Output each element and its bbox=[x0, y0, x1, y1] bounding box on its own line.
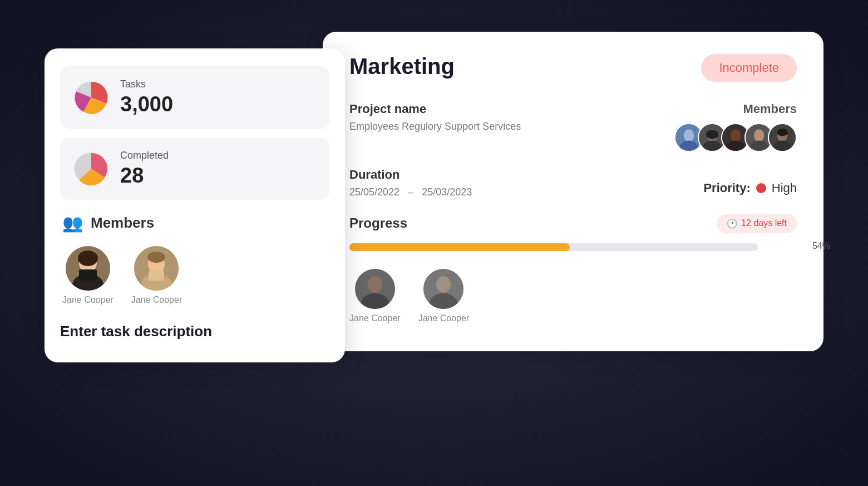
priority-dot bbox=[756, 183, 766, 193]
svg-rect-11 bbox=[149, 271, 164, 281]
progress-title: Progress bbox=[349, 215, 407, 231]
completed-pie-chart bbox=[73, 151, 109, 186]
project-name-label: Project name bbox=[349, 102, 674, 116]
member-item-2: Jane Cooper bbox=[131, 246, 183, 305]
svg-point-27 bbox=[777, 129, 788, 136]
svg-point-17 bbox=[706, 130, 718, 139]
progress-percent: 54% bbox=[812, 241, 830, 251]
member-item: Jane Cooper bbox=[62, 246, 114, 305]
progress-bar-fill bbox=[349, 243, 570, 251]
tasks-stat-info: Tasks 3,000 bbox=[120, 78, 173, 116]
completed-stat-box: Completed 28 bbox=[60, 138, 329, 200]
status-badge: Incomplete bbox=[701, 54, 797, 82]
member-name-2: Jane Cooper bbox=[131, 295, 183, 305]
bottom-member-name-1: Jane Cooper bbox=[349, 313, 401, 323]
svg-point-30 bbox=[368, 276, 382, 293]
completed-label: Completed bbox=[120, 150, 169, 161]
bottom-member-item-1: Jane Cooper bbox=[349, 269, 401, 323]
days-left-text: 12 days left bbox=[741, 218, 787, 228]
svg-point-9 bbox=[147, 252, 165, 263]
days-left-badge: 🕐 12 days left bbox=[717, 214, 797, 233]
task-input-label[interactable]: Enter task description bbox=[60, 323, 212, 340]
members-icon: 👥 bbox=[62, 213, 83, 233]
svg-point-23 bbox=[754, 129, 764, 141]
project-info-row: Project name Employees Regulory Support … bbox=[349, 102, 797, 152]
right-header: Marketing Incomplete bbox=[349, 54, 797, 82]
svg-point-13 bbox=[684, 129, 694, 141]
bottom-member-name-2: Jane Cooper bbox=[418, 313, 470, 323]
duration-values: 25/05/2022 – 25/03/2023 bbox=[349, 186, 685, 198]
bottom-member-item-2: Jane Cooper bbox=[418, 269, 470, 323]
tasks-label: Tasks bbox=[120, 78, 173, 90]
project-name-block: Project name Employees Regulory Support … bbox=[349, 102, 674, 132]
duration-label: Duration bbox=[349, 168, 685, 182]
members-section: 👥 Members bbox=[60, 213, 329, 305]
bottom-member-avatar-1 bbox=[355, 269, 395, 309]
members-avatars bbox=[674, 123, 797, 152]
priority-block: Priority: High bbox=[685, 168, 797, 195]
members-grid: Jane Cooper J bbox=[62, 246, 327, 305]
right-members-section: Members bbox=[674, 102, 797, 152]
project-title: Marketing bbox=[349, 54, 455, 79]
duration-start: 25/05/2022 bbox=[349, 186, 400, 198]
svg-point-33 bbox=[436, 276, 451, 293]
priority-label: Priority: bbox=[703, 181, 750, 195]
progress-header: Progress 🕐 12 days left bbox=[349, 214, 797, 233]
members-title-row: 👥 Members bbox=[62, 213, 327, 233]
member-avatar-1 bbox=[66, 246, 110, 291]
svg-rect-6 bbox=[79, 269, 97, 281]
right-members-title: Members bbox=[674, 102, 797, 116]
completed-value: 28 bbox=[120, 164, 169, 188]
member-avatar-2 bbox=[134, 246, 179, 291]
member-name-1: Jane Cooper bbox=[62, 295, 114, 305]
completed-stat-info: Completed 28 bbox=[120, 150, 169, 188]
right-card: Marketing Incomplete Project name Employ… bbox=[323, 32, 823, 351]
project-name-value: Employees Regulory Support Services bbox=[349, 121, 674, 132]
priority-value: High bbox=[772, 181, 797, 195]
clock-icon: 🕐 bbox=[727, 218, 738, 229]
priority-row: Priority: High bbox=[685, 181, 797, 195]
bottom-member-avatar-2 bbox=[423, 269, 463, 309]
cards-wrapper: Tasks 3,000 Completed 28 bbox=[45, 32, 823, 455]
page-background: Tasks 3,000 Completed 28 bbox=[0, 0, 868, 486]
progress-bar-container bbox=[349, 243, 758, 251]
bottom-members-row: Jane Cooper Jane Cooper bbox=[349, 269, 797, 323]
task-input-section: Enter task description bbox=[60, 323, 329, 340]
svg-point-4 bbox=[78, 251, 98, 266]
duration-block: Duration 25/05/2022 – 25/03/2023 bbox=[349, 168, 685, 198]
duration-priority-row: Duration 25/05/2022 – 25/03/2023 Priorit… bbox=[349, 168, 797, 198]
tasks-pie-chart bbox=[73, 80, 109, 115]
avatar-circle-5 bbox=[768, 123, 797, 152]
tasks-value: 3,000 bbox=[120, 92, 173, 116]
svg-point-20 bbox=[731, 129, 741, 141]
duration-end: 25/03/2023 bbox=[422, 186, 472, 198]
left-card: Tasks 3,000 Completed 28 bbox=[45, 48, 345, 362]
progress-section: Progress 🕐 12 days left 54% bbox=[349, 214, 797, 251]
tasks-stat-box: Tasks 3,000 bbox=[60, 66, 329, 129]
members-title: Members bbox=[91, 214, 154, 232]
